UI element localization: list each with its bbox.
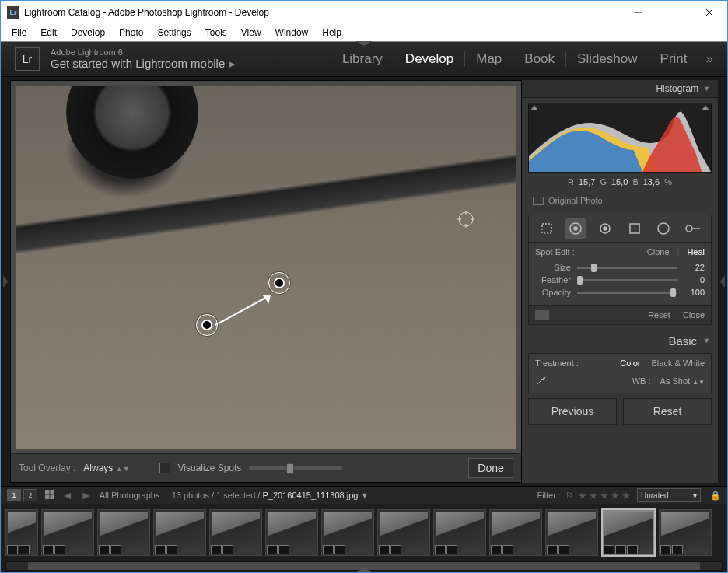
lr-logo-icon: Lr — [15, 47, 40, 71]
left-panel-toggle[interactable] — [1, 77, 10, 486]
filter-rating-dropdown[interactable]: Unrated▾ — [637, 488, 701, 502]
filmstrip-thumbs[interactable] — [1, 504, 727, 561]
visualize-spots-checkbox[interactable] — [159, 463, 170, 473]
thumbnail[interactable] — [321, 509, 374, 556]
menu-help[interactable]: Help — [316, 26, 348, 40]
filter-lock-icon[interactable]: 🔒 — [710, 491, 721, 501]
menu-view[interactable]: View — [235, 26, 268, 40]
tool-options-bar: Tool Overlay : Always ▲▼ Visualize Spots… — [11, 453, 521, 482]
thumbnail[interactable] — [5, 509, 38, 556]
display-2[interactable]: 2 — [23, 489, 37, 501]
thumbnail[interactable] — [41, 509, 94, 556]
filter-label: Filter : — [537, 491, 561, 500]
module-slideshow[interactable]: Slideshow — [566, 51, 649, 67]
filter-stars[interactable]: ★★★★★ — [578, 490, 632, 501]
module-develop[interactable]: Develop — [394, 51, 464, 67]
graduated-filter-tool[interactable] — [625, 218, 645, 239]
app-icon: Lr — [7, 6, 19, 19]
thumbnail[interactable] — [433, 509, 486, 556]
feather-slider[interactable] — [577, 279, 677, 281]
module-book[interactable]: Book — [513, 51, 565, 67]
thumbnail-selected[interactable] — [601, 508, 656, 557]
sample-crosshair-icon[interactable] — [457, 211, 474, 228]
panel-switch-icon[interactable] — [535, 310, 549, 320]
modules-more-icon[interactable]: » — [698, 51, 713, 67]
thumbnail[interactable] — [153, 509, 206, 556]
thumbnail[interactable] — [489, 509, 542, 556]
clone-mode[interactable]: Clone — [647, 247, 670, 257]
maximize-button[interactable] — [656, 1, 691, 24]
thumbnail[interactable] — [545, 509, 598, 556]
shadow-clip-icon[interactable] — [530, 105, 538, 110]
module-map[interactable]: Map — [465, 51, 513, 67]
close-button[interactable] — [691, 1, 727, 24]
thumbnail[interactable] — [97, 509, 150, 556]
module-picker: Library Develop Map Book Slideshow Print… — [331, 51, 713, 67]
module-print[interactable]: Print — [649, 51, 698, 67]
thumbnail[interactable] — [659, 509, 712, 556]
svg-rect-16 — [630, 224, 639, 233]
rectangle-icon — [533, 197, 544, 205]
right-panel-toggle[interactable] — [718, 77, 727, 486]
feather-value[interactable]: 0 — [683, 275, 705, 285]
filmstrip-source[interactable]: All Photographs 13 photos / 1 selected /… — [100, 491, 369, 500]
opacity-value[interactable]: 100 — [683, 288, 705, 297]
crop-tool[interactable] — [537, 218, 557, 239]
menu-edit[interactable]: Edit — [34, 26, 63, 40]
size-value[interactable]: 22 — [683, 263, 705, 272]
nav-back-icon[interactable]: ◄ — [62, 489, 73, 501]
radial-filter-tool[interactable] — [653, 218, 674, 239]
secondary-display: 1 2 — [7, 489, 37, 501]
heal-mode[interactable]: Heal — [687, 247, 705, 257]
wb-dropdown[interactable]: As Shot ▲▼ — [660, 376, 705, 386]
display-1[interactable]: 1 — [7, 489, 21, 501]
menu-settings[interactable]: Settings — [151, 26, 197, 40]
chevron-right-icon — [720, 275, 725, 288]
menu-file[interactable]: File — [5, 26, 33, 40]
size-slider[interactable] — [577, 267, 677, 269]
visualize-threshold-slider[interactable] — [249, 466, 342, 470]
menu-tools[interactable]: Tools — [199, 26, 233, 40]
spot-close-button[interactable]: Close — [683, 310, 705, 320]
product-line: Adobe Lightroom 6 — [51, 47, 236, 57]
grid-view-icon[interactable] — [45, 490, 54, 501]
eyedropper-icon[interactable] — [535, 374, 548, 388]
histogram[interactable] — [528, 103, 712, 173]
minimize-button[interactable] — [620, 1, 656, 24]
bottom-panel-toggle-icon[interactable] — [356, 568, 372, 572]
highlight-clip-icon[interactable] — [702, 105, 709, 110]
menu-window[interactable]: Window — [269, 26, 315, 40]
image-canvas[interactable] — [16, 86, 516, 449]
reset-button[interactable]: Reset — [623, 398, 712, 425]
menubar: File Edit Develop Photo Settings Tools V… — [1, 24, 727, 41]
svg-point-13 — [574, 227, 577, 230]
nav-fwd-icon[interactable]: ► — [81, 489, 92, 501]
top-panel-toggle-icon[interactable] — [356, 41, 372, 46]
thumbnail[interactable] — [377, 509, 430, 556]
spot-target-pin[interactable] — [196, 314, 218, 336]
previous-button[interactable]: Previous — [528, 398, 617, 425]
basic-header[interactable]: Basic▼ — [522, 331, 718, 350]
redeye-tool[interactable] — [595, 218, 615, 239]
menu-develop[interactable]: Develop — [65, 26, 111, 40]
treatment-bw[interactable]: Black & White — [652, 358, 705, 368]
overlay-dropdown[interactable]: Always ▲▼ — [83, 463, 129, 473]
done-button[interactable]: Done — [468, 458, 513, 478]
menu-photo[interactable]: Photo — [113, 26, 149, 40]
treatment-color[interactable]: Color — [620, 358, 640, 368]
adjustment-brush-tool[interactable] — [683, 218, 703, 239]
histogram-header[interactable]: Histogram▼ — [522, 80, 718, 98]
thumbnail[interactable] — [265, 509, 318, 556]
svg-rect-21 — [51, 490, 54, 494]
svg-rect-20 — [45, 490, 49, 494]
svg-point-18 — [686, 225, 692, 232]
opacity-slider[interactable] — [577, 292, 677, 294]
filter-flag-icon[interactable]: ⚐ — [565, 491, 573, 501]
thumbnail[interactable] — [209, 509, 262, 556]
identity-text[interactable]: Adobe Lightroom 6 Get started with Light… — [51, 47, 236, 71]
original-photo-toggle[interactable]: Original Photo — [528, 193, 712, 208]
spot-removal-tool[interactable] — [565, 218, 586, 239]
spot-source-pin[interactable] — [268, 272, 290, 294]
module-library[interactable]: Library — [331, 51, 394, 67]
spot-reset-button[interactable]: Reset — [648, 310, 670, 320]
